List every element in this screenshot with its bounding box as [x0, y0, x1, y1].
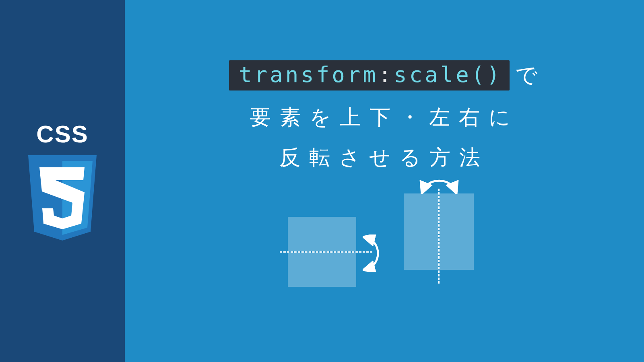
headline-suffix: で: [515, 61, 540, 90]
square-right-half: [440, 193, 474, 270]
curved-arrow-icon: [419, 173, 459, 194]
headline: transform:scale() で 要素を上下・左右に 反転させる方法: [229, 60, 540, 192]
square-left-half: [404, 193, 438, 270]
css-property: transform: [239, 62, 378, 87]
css3-shield-icon: [24, 155, 101, 242]
css-value: scale(): [394, 62, 502, 87]
flip-illustration: [260, 192, 509, 296]
vertical-axis-line: [438, 189, 440, 284]
square-bottom-half: [288, 253, 356, 287]
css-label: CSS: [36, 120, 88, 148]
headline-line-2: 要素を上下・左右に: [229, 103, 540, 132]
headline-line-1: transform:scale() で: [229, 60, 540, 90]
curved-arrow-icon: [363, 234, 390, 272]
colon-icon: :: [378, 62, 394, 87]
horizontal-axis-line: [280, 251, 372, 253]
main-panel: transform:scale() で 要素を上下・左右に 反転させる方法: [125, 0, 644, 362]
square-top-half: [288, 217, 356, 251]
headline-line-3: 反転させる方法: [229, 144, 540, 172]
code-chip: transform:scale(): [229, 60, 510, 90]
sidebar: CSS: [0, 0, 125, 362]
